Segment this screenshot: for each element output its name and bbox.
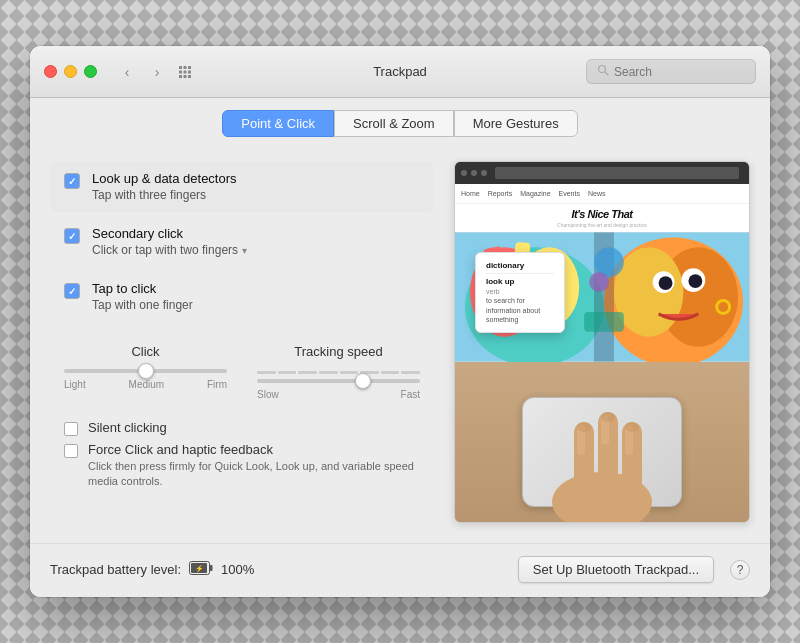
force-click-label: Force Click and haptic feedback xyxy=(88,442,420,457)
click-slider-thumb[interactable] xyxy=(138,363,154,379)
preview-tagline: Championing the art and design practice xyxy=(455,222,749,228)
preview-logo: It's Nice That xyxy=(455,204,749,222)
preview-link-5: News xyxy=(588,190,606,197)
sliders-section: Click Light Medium Firm Tracking speed xyxy=(50,326,434,410)
force-click-checkbox[interactable] xyxy=(64,444,78,458)
back-button[interactable]: ‹ xyxy=(115,63,139,81)
tap-to-click-sublabel: Tap with one finger xyxy=(92,298,193,312)
look-up-label: Look up & data detectors xyxy=(92,171,237,186)
preview-link-3: Magazine xyxy=(520,190,550,197)
svg-point-42 xyxy=(601,412,615,422)
tap-to-click-text: Tap to click Tap with one finger xyxy=(92,281,193,312)
help-button[interactable]: ? xyxy=(730,560,750,580)
titlebar: ‹ › Trackpad xyxy=(30,46,770,98)
battery-percent: 100% xyxy=(221,562,254,577)
svg-rect-8 xyxy=(188,75,191,78)
svg-point-27 xyxy=(688,274,702,288)
nav-buttons: ‹ › xyxy=(115,63,169,81)
tap-to-click-checkbox[interactable]: ✓ xyxy=(64,283,80,299)
tab-scroll-zoom[interactable]: Scroll & Zoom xyxy=(334,110,454,137)
tracking-slider-labels: Slow Fast xyxy=(257,389,420,400)
secondary-click-label: Secondary click xyxy=(92,226,247,241)
svg-rect-0 xyxy=(179,66,182,69)
search-input[interactable] xyxy=(614,65,745,79)
preview-image-area: dictionary look up verb to search for in… xyxy=(455,232,749,362)
dict-definition: to search for information about somethin… xyxy=(486,297,540,322)
check-mark: ✓ xyxy=(68,176,76,187)
force-click-row: Force Click and haptic feedback Click th… xyxy=(64,442,420,490)
secondary-click-text: Secondary click Click or tap with two fi… xyxy=(92,226,247,257)
svg-rect-4 xyxy=(184,70,187,73)
svg-point-29 xyxy=(718,302,728,312)
secondary-click-checkbox[interactable]: ✓ xyxy=(64,228,80,244)
click-slider-group: Click Light Medium Firm xyxy=(64,344,227,400)
content-area: ✓ Look up & data detectors Tap with thre… xyxy=(30,151,770,543)
dict-popup-title: dictionary xyxy=(486,261,554,274)
svg-rect-7 xyxy=(184,75,187,78)
tracking-slider-thumb[interactable] xyxy=(355,373,371,389)
secondary-click-sublabel: Click or tap with two fingers ▾ xyxy=(92,243,247,257)
force-click-text: Force Click and haptic feedback Click th… xyxy=(88,442,420,490)
preview-content: Home Reports Magazine Events News It's N… xyxy=(455,184,749,362)
svg-rect-33 xyxy=(584,312,624,332)
preview-nav-dot-1 xyxy=(461,170,467,176)
preview-bottom xyxy=(455,362,749,522)
tracking-slider-group: Tracking speed xyxy=(257,344,420,400)
svg-rect-1 xyxy=(184,66,187,69)
left-panel: ✓ Look up & data detectors Tap with thre… xyxy=(50,161,434,523)
svg-rect-2 xyxy=(188,66,191,69)
dictionary-popup: dictionary look up verb to search for in… xyxy=(475,252,565,333)
secondary-click-dropdown-arrow[interactable]: ▾ xyxy=(242,245,247,256)
svg-line-10 xyxy=(605,72,608,75)
status-right: Set Up Bluetooth Trackpad... ? xyxy=(518,556,750,583)
status-bar: Trackpad battery level: ⚡ 100% Set Up Bl… xyxy=(30,543,770,597)
svg-point-41 xyxy=(577,422,591,432)
look-up-checkbox[interactable]: ✓ xyxy=(64,173,80,189)
grid-button[interactable] xyxy=(173,63,197,81)
preview-top: Home Reports Magazine Events News It's N… xyxy=(455,162,749,362)
setup-bluetooth-button[interactable]: Set Up Bluetooth Trackpad... xyxy=(518,556,714,583)
search-bar xyxy=(586,59,756,84)
silent-clicking-row: Silent clicking xyxy=(64,420,420,436)
preview-nav-dot-2 xyxy=(471,170,477,176)
tap-to-click-label: Tap to click xyxy=(92,281,193,296)
svg-point-25 xyxy=(659,276,673,290)
preview-panel: Home Reports Magazine Events News It's N… xyxy=(454,161,750,523)
preview-nav xyxy=(455,162,749,184)
battery-icon: ⚡ xyxy=(189,561,213,578)
click-slider-track[interactable] xyxy=(64,369,227,373)
svg-point-32 xyxy=(589,272,609,292)
silent-clicking-text: Silent clicking xyxy=(88,420,167,435)
battery-label: Trackpad battery level: xyxy=(50,562,181,577)
preview-link-4: Events xyxy=(559,190,580,197)
bottom-checks: Silent clicking Force Click and haptic f… xyxy=(50,410,434,510)
silent-clicking-checkbox[interactable] xyxy=(64,422,78,436)
minimize-button[interactable] xyxy=(64,65,77,78)
tab-more-gestures[interactable]: More Gestures xyxy=(454,110,578,137)
preview-header-bar: Home Reports Magazine Events News xyxy=(455,184,749,204)
forward-button[interactable]: › xyxy=(145,63,169,81)
silent-clicking-label: Silent clicking xyxy=(88,420,167,435)
svg-point-43 xyxy=(625,422,639,432)
look-up-text: Look up & data detectors Tap with three … xyxy=(92,171,237,202)
dict-popup-text: look up verb to search for information a… xyxy=(486,277,554,324)
preview-link-1: Home xyxy=(461,190,480,197)
svg-rect-45 xyxy=(210,565,213,571)
svg-rect-5 xyxy=(188,70,191,73)
close-button[interactable] xyxy=(44,65,57,78)
search-icon xyxy=(597,64,609,79)
window-title: Trackpad xyxy=(373,64,427,79)
maximize-button[interactable] xyxy=(84,65,97,78)
tab-point-click[interactable]: Point & Click xyxy=(222,110,334,137)
traffic-lights xyxy=(44,65,97,78)
check-mark-2: ✓ xyxy=(68,231,76,242)
tracking-slider-track[interactable] xyxy=(257,379,420,383)
click-slider-labels: Light Medium Firm xyxy=(64,379,227,390)
main-window: ‹ › Trackpad xyxy=(30,46,770,597)
tab-bar: Point & Click Scroll & Zoom More Gesture… xyxy=(30,98,770,151)
preview-nav-dot-3 xyxy=(481,170,487,176)
preview-url-bar xyxy=(495,167,739,179)
look-up-sublabel: Tap with three fingers xyxy=(92,188,237,202)
svg-rect-3 xyxy=(179,70,182,73)
click-slider-label: Click xyxy=(131,344,159,359)
